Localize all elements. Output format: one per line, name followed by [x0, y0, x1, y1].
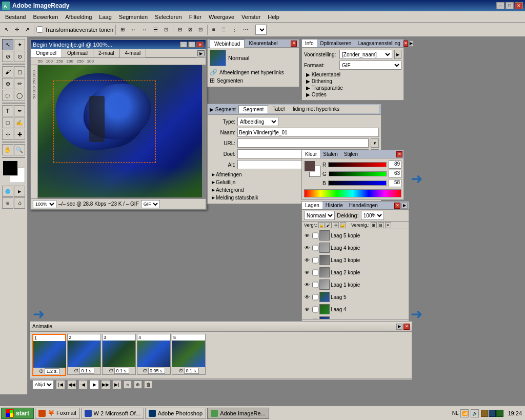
frame-5[interactable]: 5 ⏱ 0.1 s.: [172, 334, 206, 375]
tool-eraser[interactable]: ◻: [14, 66, 25, 77]
transform-check[interactable]: [36, 26, 43, 33]
tab-stalen[interactable]: Stalen: [320, 150, 340, 158]
menu-weergave[interactable]: Weergave: [206, 13, 237, 21]
tool-dist1[interactable]: ≡: [210, 25, 218, 34]
color-g-value[interactable]: 63: [389, 170, 401, 178]
tool-arrow[interactable]: ↖: [2, 25, 11, 34]
tool-align1[interactable]: ⊟: [175, 25, 185, 34]
info-opties[interactable]: ▶ Opties: [304, 91, 401, 98]
tab-liding[interactable]: liding met hyperlinks: [289, 105, 344, 113]
tool-measure[interactable]: ✚: [14, 129, 25, 140]
kleur-close[interactable]: ✕: [396, 151, 402, 157]
foreground-color[interactable]: [3, 161, 18, 176]
tool-move[interactable]: ✛: [12, 25, 22, 34]
menu-bestand[interactable]: Bestand: [2, 13, 29, 21]
menu-filter[interactable]: Filter: [186, 13, 205, 21]
tool-dist2[interactable]: ≣: [219, 25, 228, 34]
menu-venster[interactable]: Venster: [238, 13, 264, 21]
eye-laag5kopie[interactable]: 👁: [303, 231, 311, 239]
animatie-menu[interactable]: ▶: [396, 324, 402, 330]
tab-historie[interactable]: Historie: [322, 202, 346, 209]
color-r-slider[interactable]: [328, 162, 387, 167]
tab-optimaal[interactable]: Optimaal: [62, 49, 93, 57]
tab-info[interactable]: Info: [302, 39, 317, 47]
tool-hand[interactable]: ✋: [2, 144, 13, 155]
frame-1[interactable]: 1 ⏱ 1.2 s.: [32, 334, 66, 376]
info-transparantie[interactable]: ▶ Transparantie: [304, 85, 401, 91]
menu-selecteren[interactable]: Selecteren: [152, 13, 185, 21]
menu-afbeelding[interactable]: Afbeelding: [62, 13, 95, 21]
tool-t4[interactable]: ☰: [151, 25, 160, 34]
anim-next[interactable]: ▶▶: [101, 380, 110, 389]
taskbar-photoshop[interactable]: Adobe Photoshop: [145, 408, 206, 419]
info-formaat-select[interactable]: GIF: [339, 61, 401, 70]
maximize-button[interactable]: □: [506, 2, 514, 9]
tool-select[interactable]: ↖: [2, 39, 13, 50]
tool-blur[interactable]: ◌: [2, 90, 13, 101]
tool-zoom[interactable]: 🔍: [14, 144, 25, 155]
menu-bewerken[interactable]: Bewerken: [30, 13, 61, 21]
anim-duplicate[interactable]: ⊕: [134, 381, 142, 389]
webinhoud-close[interactable]: ✕: [291, 41, 297, 47]
anim-prev[interactable]: ◀◀: [67, 380, 76, 389]
layer-laag4[interactable]: 👁 Laag 4: [302, 303, 409, 315]
tab-tabel[interactable]: Tabel: [268, 105, 289, 113]
vereni-btn3[interactable]: ≡: [385, 222, 391, 228]
vergr-move[interactable]: ✛: [333, 222, 339, 228]
tab-4maal[interactable]: 4-maal: [120, 49, 147, 57]
check-laag3[interactable]: [312, 318, 318, 319]
vereni-btn1[interactable]: ⊞: [371, 222, 377, 228]
tab-stijlen[interactable]: Stijlen: [341, 150, 361, 158]
check-laag4kopie[interactable]: [312, 245, 318, 251]
eye-laag3[interactable]: 👁: [303, 317, 311, 319]
anim-last[interactable]: ▶|: [112, 380, 122, 389]
eye-laag1kopie[interactable]: 👁: [303, 281, 311, 289]
doc-close[interactable]: ✕: [196, 42, 204, 48]
lagen-mode-select[interactable]: Normaal: [304, 211, 335, 220]
zoom-select[interactable]: 100%: [33, 200, 56, 208]
frame-2[interactable]: 2 ⏱ 0.1 s.: [67, 334, 101, 375]
tool-stamp[interactable]: ⊕: [2, 78, 13, 89]
seg-type-select[interactable]: Afbeelding: [237, 117, 278, 126]
tool-dodge[interactable]: ◯: [14, 90, 25, 101]
tool-web4[interactable]: ♺: [14, 197, 25, 209]
layer-laag5kopie[interactable]: 👁 Laag 5 kopie: [302, 229, 409, 242]
tool-3[interactable]: ↗: [23, 25, 32, 34]
frame-4[interactable]: 4 ⏱ 0.05 s.: [137, 334, 171, 375]
eye-laag3kopie[interactable]: 👁: [303, 256, 311, 264]
lagen-dekking-select[interactable]: 100%: [361, 211, 384, 220]
layer-laag3kopie[interactable]: 👁 Laag 3 kopie: [302, 254, 409, 266]
info-options[interactable]: ▶: [409, 41, 413, 47]
check-laag3kopie[interactable]: [312, 257, 318, 264]
tab-optimaliseren[interactable]: Optimaliseren: [317, 39, 355, 47]
tool-web1[interactable]: 🌐: [2, 186, 13, 197]
tool-pencil[interactable]: ✏: [14, 78, 25, 89]
tool-shape[interactable]: □: [2, 117, 13, 128]
check-laag5[interactable]: [312, 294, 318, 301]
tab-lagen[interactable]: Lagen: [302, 202, 322, 209]
tab-2maal[interactable]: 2-maal: [93, 49, 120, 57]
anim-tween[interactable]: ≈: [124, 381, 132, 389]
tool-align3[interactable]: ⊡: [196, 25, 205, 34]
check-laag4[interactable]: [312, 306, 318, 313]
tool-t2[interactable]: ↔: [128, 25, 138, 34]
eye-laag4[interactable]: 👁: [303, 305, 311, 313]
layer-laag4kopie[interactable]: 👁 Laag 4 kopie: [302, 242, 409, 254]
tool-t1[interactable]: ⊞: [118, 25, 127, 34]
tool-type[interactable]: T: [2, 105, 13, 116]
info-voorinstelling-select[interactable]: [Zonder_naam]: [339, 50, 392, 59]
tab-origineel[interactable]: Origineel: [31, 49, 62, 57]
vergr-lock[interactable]: 🔒: [318, 222, 325, 228]
doc-minimize[interactable]: –: [180, 42, 187, 48]
layer-laag1kopie[interactable]: 👁 Laag 1 kopie: [302, 278, 409, 291]
color-selector[interactable]: [3, 161, 25, 183]
taskbar-msoffice[interactable]: W 2 Microsoft Of...: [81, 408, 144, 419]
web-link-afbeeldingen[interactable]: 🔗 Afbeeldingen met hyperlinks: [210, 68, 297, 76]
tool-dist4[interactable]: ⋯: [240, 25, 251, 34]
tool-slice[interactable]: ⊘: [2, 51, 13, 62]
menu-segmenten[interactable]: Segmenten: [116, 13, 151, 21]
seg-naam-input[interactable]: [237, 128, 379, 137]
tool-notes[interactable]: ✍: [14, 117, 25, 128]
eye-laag5[interactable]: 👁: [303, 293, 311, 301]
anim-delete[interactable]: 🗑: [144, 381, 152, 389]
